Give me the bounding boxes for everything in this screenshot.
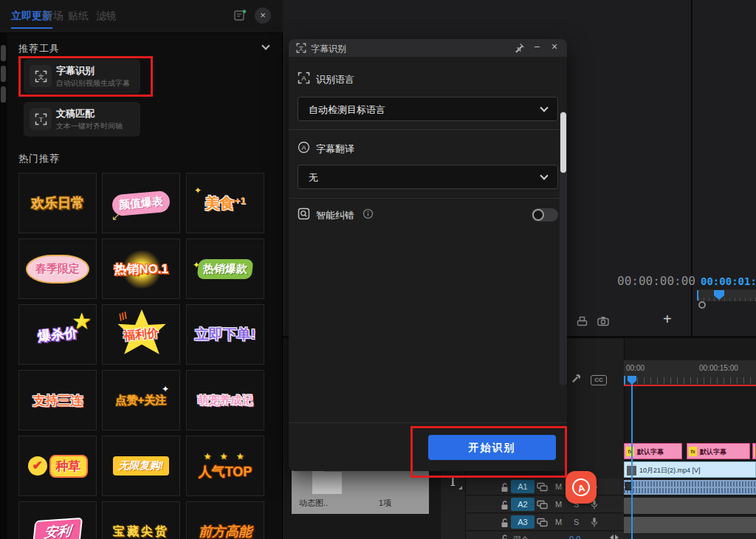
dialog-titlebar[interactable]: 文 字幕识别 − ×	[289, 39, 567, 57]
svg-text:文: 文	[38, 73, 44, 80]
sticker-item[interactable]: 宝藏尖货	[102, 501, 180, 539]
export-frame-icon[interactable]	[576, 315, 588, 327]
sticker-label: 欢乐日常	[31, 194, 84, 212]
ruler-label-start: 00:00	[626, 364, 645, 372]
mini-timeline[interactable]	[698, 289, 756, 301]
sticker-label: 美食	[205, 195, 235, 211]
track-header-mix[interactable]: 混合 0.0	[466, 532, 624, 539]
tab-stickers[interactable]: 贴纸	[68, 10, 89, 23]
track-header-a1[interactable]: A1 M S	[466, 478, 624, 495]
track-header-a2[interactable]: A2 M S	[466, 496, 624, 513]
close-button[interactable]: ×	[551, 41, 557, 52]
sticker-item[interactable]: 支持三连	[18, 370, 97, 430]
closed-captions-button[interactable]: CC	[591, 375, 607, 385]
edge-tab[interactable]	[1, 66, 6, 82]
sticker-label: 立即下单!	[195, 325, 255, 344]
sticker-item[interactable]: ✔种草	[18, 436, 97, 496]
folder-icon	[312, 472, 342, 494]
lock-icon[interactable]	[500, 482, 509, 492]
sticker-item[interactable]: 春季限定	[18, 238, 97, 299]
sticker-item[interactable]: 欢乐日常	[18, 173, 97, 233]
camera-icon[interactable]	[597, 316, 609, 326]
tab-filters[interactable]: 滤镜	[96, 10, 117, 23]
empty-audio-track[interactable]	[624, 517, 756, 533]
video-clip-label: 10月21日(2).mp4 [V]	[639, 466, 701, 476]
sticker-item[interactable]: ///福利价	[102, 304, 180, 365]
empty-audio-track[interactable]	[624, 498, 756, 514]
dialog-scrollbar-thumb[interactable]	[560, 112, 566, 173]
minimize-button[interactable]: −	[534, 41, 540, 52]
track-badge[interactable]: A3	[511, 515, 535, 529]
recognition-language-label: 识别语言	[316, 73, 354, 86]
lock-icon[interactable]	[500, 518, 509, 528]
sticker-item[interactable]: ✦热销爆款	[186, 238, 264, 299]
divider	[289, 422, 567, 423]
recognition-language-select[interactable]: 自动检测目标语言	[298, 97, 558, 121]
scan-t-icon: T	[30, 108, 52, 130]
zoom-handle-icon[interactable]	[698, 301, 706, 309]
keyframe-nav-icon[interactable]	[609, 534, 619, 539]
track-sync-icon[interactable]	[537, 482, 549, 492]
mute-button[interactable]: M	[555, 482, 562, 491]
sticker-item[interactable]: ✦点赞+关注	[102, 370, 180, 430]
sticker-item[interactable]: 美食+1✦	[186, 173, 264, 233]
sticker-label: 热销NO.1	[114, 261, 168, 278]
notes-icon[interactable]	[233, 9, 247, 22]
lock-icon[interactable]	[500, 534, 509, 539]
mix-track-label: 混合	[513, 535, 529, 539]
close-panel-icon[interactable]: ×	[255, 7, 271, 24]
media-bin-item[interactable]: 动态图.. 1项	[292, 468, 429, 514]
add-button[interactable]: +	[663, 311, 672, 328]
collapse-chevron-icon[interactable]	[261, 41, 269, 49]
solo-button[interactable]: S	[574, 518, 579, 526]
mic-icon[interactable]	[590, 517, 599, 528]
sparkle-icon: ✦	[194, 185, 202, 196]
subtitle-clip-partial[interactable]	[752, 443, 756, 459]
track-header-a3[interactable]: A3 M S	[466, 514, 624, 531]
sticker-item[interactable]: 颜值爆表↙	[102, 173, 180, 233]
start-recognition-button[interactable]: 开始识别	[428, 435, 556, 460]
subtitle-clip[interactable]: fx 默认字幕	[687, 443, 750, 459]
plugin-panel: 立即更新 转场 贴纸 滤镜 × 推荐工具 文 字幕识别 自动识别视频生成字幕	[0, 0, 283, 539]
video-clip[interactable]: 10月21日(2).mp4 [V]	[624, 461, 756, 478]
type-tool[interactable]: T	[448, 473, 458, 489]
pin-icon[interactable]	[514, 43, 524, 53]
tool-script-match[interactable]: T 文稿匹配 文本一键对齐时间轴	[24, 102, 140, 137]
track-badge[interactable]: A2	[511, 498, 535, 511]
sticker-item[interactable]: ★爆杀价	[18, 304, 97, 365]
tab-transitions[interactable]: 转场	[43, 10, 63, 23]
sticker-label: 爆杀价	[37, 323, 78, 346]
lock-icon[interactable]	[500, 500, 509, 510]
work-area-bar	[624, 385, 756, 386]
track-sync-icon[interactable]	[537, 500, 549, 509]
slashes-decoration: ///	[117, 310, 128, 323]
sticker-item[interactable]: 热销NO.1	[102, 238, 180, 299]
mute-button[interactable]: M	[555, 518, 562, 526]
edge-tab[interactable]	[1, 86, 6, 103]
scan-text-icon: 文	[30, 65, 52, 87]
sticker-item[interactable]: 前方高能	[186, 501, 264, 539]
info-icon[interactable]	[362, 208, 374, 219]
audio-clip[interactable]	[624, 480, 756, 495]
sticker-item[interactable]: ★ ★ ★人气TOP	[186, 436, 264, 496]
track-badge[interactable]: A1	[511, 480, 535, 493]
timeline-settings-wrench-icon[interactable]	[570, 372, 583, 385]
mute-button[interactable]: M	[555, 500, 562, 509]
sticker-label: 前方高能	[199, 523, 252, 539]
chevron-down-icon	[540, 171, 548, 179]
mix-volume-value[interactable]: 0.0	[569, 535, 580, 539]
edge-tab[interactable]	[1, 45, 6, 61]
translation-select[interactable]: 无	[298, 165, 558, 189]
tool-subtitle-recognition[interactable]: 文 字幕识别 自动识别视频生成字幕	[24, 59, 140, 94]
subtitle-clip-label: 默认字幕	[700, 447, 726, 457]
sticker-item[interactable]: 萌宠养成记	[186, 370, 264, 430]
sticker-item[interactable]: 无限复购!	[102, 436, 180, 496]
mini-timeline-start-marker	[697, 290, 698, 301]
edge-strip	[0, 33, 7, 539]
sticker-item[interactable]: 安利	[18, 501, 97, 539]
smart-correction-toggle[interactable]	[532, 208, 558, 222]
ai-assistant-button[interactable]: A	[566, 471, 597, 504]
sticker-item[interactable]: 立即下单!	[186, 304, 264, 365]
track-sync-icon[interactable]	[537, 518, 549, 527]
sticker-label: 颜值爆表	[111, 190, 171, 216]
